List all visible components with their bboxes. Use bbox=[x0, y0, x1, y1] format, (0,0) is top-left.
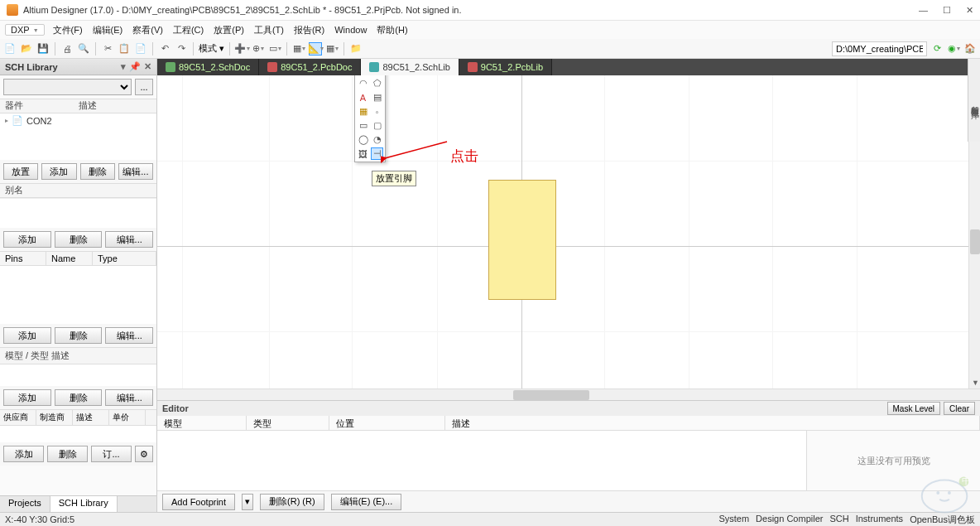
sup-del-button[interactable]: 删除 bbox=[47, 446, 88, 462]
model-del-button[interactable]: 删除 bbox=[55, 389, 103, 406]
junction-icon[interactable]: ◦ bbox=[371, 105, 383, 118]
delete-button[interactable]: 删除 bbox=[80, 163, 115, 180]
alias-edit-button[interactable]: 编辑... bbox=[105, 231, 153, 248]
text-icon[interactable]: A bbox=[357, 91, 369, 104]
preview-icon[interactable]: 🔍 bbox=[77, 42, 90, 55]
alias-del-button[interactable]: 删除 bbox=[55, 231, 103, 248]
col-desc2: 描述 bbox=[445, 416, 980, 430]
tab-pcblib[interactable]: 9C51_2.PcbLib bbox=[459, 59, 552, 75]
arc-icon[interactable]: ◠ bbox=[357, 77, 369, 89]
open-icon[interactable]: 📂 bbox=[20, 42, 33, 55]
close-button[interactable]: ✕ bbox=[966, 5, 973, 16]
refresh-icon[interactable]: ⟳ bbox=[930, 42, 944, 55]
place-toolbar-dropdown[interactable]: 📐 bbox=[309, 42, 322, 55]
panel-close-icon[interactable]: ✕ bbox=[144, 61, 151, 72]
tree-item-con2[interactable]: 📄CON2 bbox=[5, 115, 151, 126]
editor-grid[interactable] bbox=[157, 431, 806, 490]
status-system[interactable]: System bbox=[718, 514, 749, 526]
add-footprint-dropdown[interactable]: ▾ bbox=[242, 494, 253, 510]
path-input[interactable] bbox=[832, 41, 927, 56]
status-sch[interactable]: SCH bbox=[829, 514, 848, 526]
filter-ellipsis-button[interactable]: ... bbox=[135, 79, 153, 95]
horizontal-scrollbar[interactable] bbox=[157, 388, 980, 400]
nav-back-icon[interactable]: ◉ bbox=[947, 42, 960, 55]
alias-add-button[interactable]: 添加 bbox=[3, 231, 51, 248]
footprint-del-button[interactable]: 删除(R) (R) bbox=[260, 494, 324, 510]
tab-schlibrary[interactable]: SCH Library bbox=[50, 496, 118, 512]
footprint-edit-button[interactable]: 编辑(E) (E)... bbox=[331, 494, 402, 510]
add-footprint-button[interactable]: Add Footprint bbox=[162, 494, 235, 510]
menu-file[interactable]: 文件(F) bbox=[51, 22, 84, 38]
save-icon[interactable]: 💾 bbox=[36, 42, 50, 55]
tab-schdoc[interactable]: 89C51_2.SchDoc bbox=[157, 59, 259, 75]
copy-icon[interactable]: 📋 bbox=[118, 42, 131, 55]
polygon-icon[interactable]: ⬠ bbox=[371, 77, 383, 89]
folder-icon[interactable]: 📁 bbox=[349, 42, 363, 55]
maximize-button[interactable]: ☐ bbox=[943, 5, 951, 16]
menu-report[interactable]: 报告(R) bbox=[292, 22, 326, 38]
origin-axis-h bbox=[157, 246, 980, 247]
mask-level-button[interactable]: Mask Level bbox=[887, 402, 941, 415]
sup-add-button[interactable]: 添加 bbox=[3, 446, 44, 462]
dropdown-a[interactable]: ▦ bbox=[292, 42, 305, 55]
print-icon[interactable]: 🖨 bbox=[60, 42, 74, 55]
mode-dropdown[interactable]: 模式 ▾ bbox=[199, 42, 224, 55]
menu-window[interactable]: Window bbox=[333, 23, 368, 36]
component-body[interactable] bbox=[488, 180, 556, 300]
menu-tools[interactable]: 工具(T) bbox=[252, 22, 286, 38]
right-dock-strip[interactable]: 剪贴板 收藏 库 bbox=[968, 59, 980, 142]
clear-button[interactable]: Clear bbox=[944, 402, 975, 415]
round-rect-icon[interactable]: ▢ bbox=[371, 119, 383, 132]
sch-library-panel: SCH Library ▾📌✕ ... 器件描述 📄CON2 放置 添加 删除 … bbox=[0, 59, 157, 512]
schematic-canvas[interactable]: ╱ ∿ ◠ ⬠ A ▤ ▦ ◦ ▭ ▢ ◯ ◔ 🖼 ⊣ 放置引脚 然后放置管教 … bbox=[157, 75, 980, 388]
status-instruments[interactable]: Instruments bbox=[856, 514, 903, 526]
pin2-icon[interactable]: 📌 bbox=[129, 61, 141, 72]
dxp-menu[interactable]: DXP bbox=[5, 24, 45, 36]
tab-pcbdoc[interactable]: 89C51_2.PcbDoc bbox=[259, 59, 361, 75]
alias-list[interactable] bbox=[0, 198, 156, 228]
undo-icon[interactable]: ↶ bbox=[158, 42, 171, 55]
menu-view[interactable]: 察看(V) bbox=[131, 22, 165, 38]
zoom-icon[interactable]: ⊕ bbox=[252, 42, 265, 55]
home-icon[interactable]: 🏠 bbox=[963, 42, 977, 55]
sup-gear-button[interactable]: ⚙ bbox=[135, 446, 153, 462]
image-icon[interactable]: 🖼 bbox=[357, 147, 369, 160]
tab-projects[interactable]: Projects bbox=[0, 496, 50, 512]
filter-combo[interactable] bbox=[3, 79, 132, 95]
menubar: DXP 文件(F) 编辑(E) 察看(V) 工程(C) 放置(P) 工具(T) … bbox=[0, 21, 980, 39]
menu-edit[interactable]: 编辑(E) bbox=[91, 22, 125, 38]
component-tree[interactable]: 📄CON2 bbox=[0, 113, 156, 160]
cut-icon[interactable]: ✂ bbox=[101, 42, 114, 55]
rectangle-icon[interactable]: ▭ bbox=[357, 119, 369, 132]
tab-schlib[interactable]: 89C51_2.SchLib bbox=[361, 59, 459, 75]
status-openbus[interactable]: OpenBus调色板 bbox=[910, 514, 975, 526]
ellipse-icon[interactable]: ◯ bbox=[357, 133, 369, 146]
place-button[interactable]: 放置 bbox=[3, 163, 38, 180]
menu-project[interactable]: 工程(C) bbox=[171, 22, 205, 38]
dropdown-c[interactable]: ▦ bbox=[325, 42, 339, 55]
pins-list[interactable] bbox=[0, 266, 156, 324]
select-icon[interactable]: ▭ bbox=[268, 42, 281, 55]
edit-button[interactable]: 编辑... bbox=[118, 163, 153, 180]
paste-icon[interactable]: 📄 bbox=[134, 42, 147, 55]
pin-icon[interactable]: ▾ bbox=[121, 61, 126, 72]
pins-add-button[interactable]: 添加 bbox=[3, 327, 51, 344]
pins-edit-button[interactable]: 编辑... bbox=[105, 327, 153, 344]
model-edit-button[interactable]: 编辑... bbox=[105, 389, 153, 406]
redo-icon[interactable]: ↷ bbox=[175, 42, 188, 55]
supplier-list[interactable] bbox=[0, 426, 156, 442]
frame-icon[interactable]: ▦ bbox=[357, 105, 369, 118]
minimize-button[interactable]: — bbox=[919, 5, 928, 16]
new-icon[interactable]: 📄 bbox=[3, 42, 17, 55]
sup-order-button[interactable]: 订... bbox=[91, 446, 132, 462]
model-list[interactable] bbox=[0, 364, 156, 386]
text-frame-icon[interactable]: ▤ bbox=[371, 91, 383, 104]
pins-del-button[interactable]: 删除 bbox=[55, 327, 103, 344]
document-tabs: 89C51_2.SchDoc 89C51_2.PcbDoc 89C51_2.Sc… bbox=[157, 59, 980, 75]
menu-place[interactable]: 放置(P) bbox=[212, 22, 246, 38]
menu-help[interactable]: 帮助(H) bbox=[375, 22, 409, 38]
add-button[interactable]: 添加 bbox=[41, 163, 76, 180]
nav-icon[interactable]: ➕ bbox=[235, 42, 248, 55]
model-add-button[interactable]: 添加 bbox=[3, 389, 51, 406]
status-compiler[interactable]: Design Compiler bbox=[756, 514, 823, 526]
